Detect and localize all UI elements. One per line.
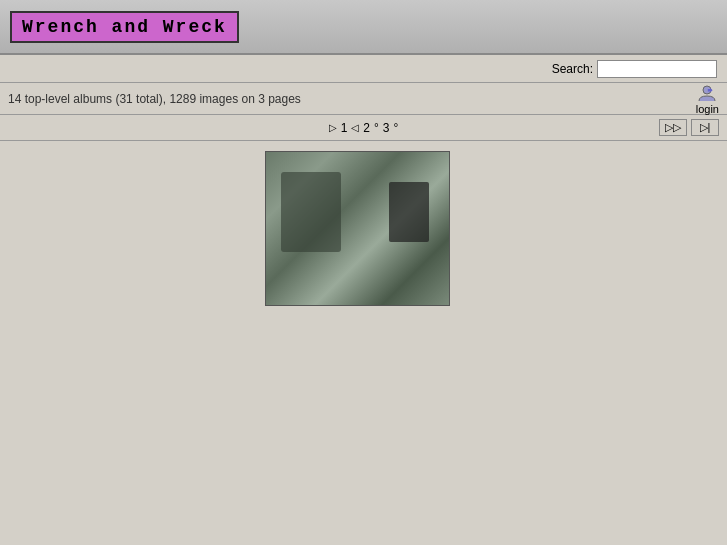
login-label: login — [696, 103, 719, 115]
login-area[interactable]: login — [696, 83, 719, 115]
pagination-center: ▷ 1 ◁ 2 ° 3 ° — [68, 121, 659, 135]
search-bar: Search: — [0, 55, 727, 83]
album-photo — [266, 152, 449, 305]
info-bar: 14 top-level albums (31 total), 1289 ima… — [0, 83, 727, 115]
album-thumbnail[interactable] — [265, 151, 450, 306]
separator-2: ° — [394, 121, 399, 135]
separator-1: ° — [374, 121, 379, 135]
page-2-link[interactable]: 2 — [363, 121, 370, 135]
search-input[interactable] — [597, 60, 717, 78]
page-3-link[interactable]: 3 — [383, 121, 390, 135]
first-page-arrow[interactable]: ▷ — [329, 122, 337, 133]
last-page-button[interactable]: ▷| — [691, 119, 719, 136]
header: Wrench and Wreck — [0, 0, 727, 55]
info-text: 14 top-level albums (31 total), 1289 ima… — [8, 92, 301, 106]
site-title[interactable]: Wrench and Wreck — [10, 11, 239, 43]
login-icon — [697, 83, 717, 103]
search-label: Search: — [552, 62, 593, 76]
main-content — [0, 141, 727, 316]
prev-page-arrow[interactable]: ◁ — [351, 122, 359, 133]
page-1-link[interactable]: 1 — [341, 121, 348, 135]
pagination-right: ▷▷ ▷| — [659, 119, 719, 136]
pagination-bar: ▷ 1 ◁ 2 ° 3 ° ▷▷ ▷| — [0, 115, 727, 141]
next-page-button[interactable]: ▷▷ — [659, 119, 687, 136]
